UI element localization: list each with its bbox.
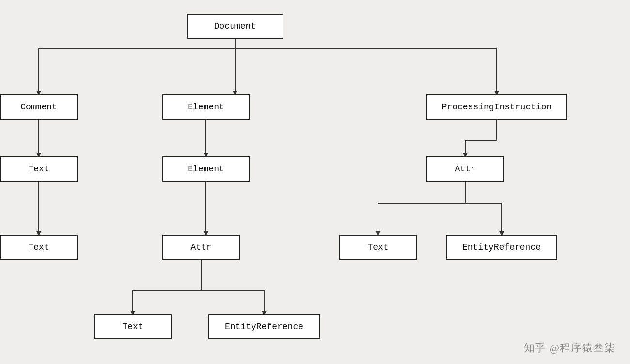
node-element1: Element bbox=[162, 94, 250, 120]
diagram: Document Comment Element ProcessingInstr… bbox=[0, 0, 630, 364]
node-comment: Comment bbox=[0, 94, 78, 120]
node-attr2: Attr bbox=[162, 235, 240, 260]
node-text4: Text bbox=[94, 314, 172, 339]
node-attr1: Attr bbox=[426, 156, 504, 182]
node-text1: Text bbox=[0, 156, 78, 182]
connector-lines bbox=[0, 0, 630, 364]
watermark: 知乎 @程序猿叁柒 bbox=[524, 341, 615, 355]
node-text3: Text bbox=[339, 235, 417, 260]
node-element2: Element bbox=[162, 156, 250, 182]
node-entity-ref1: EntityReference bbox=[446, 235, 557, 260]
node-processing-instruction: ProcessingInstruction bbox=[426, 94, 567, 120]
node-document: Document bbox=[187, 14, 284, 39]
node-text2: Text bbox=[0, 235, 78, 260]
node-entity-ref2: EntityReference bbox=[208, 314, 320, 339]
